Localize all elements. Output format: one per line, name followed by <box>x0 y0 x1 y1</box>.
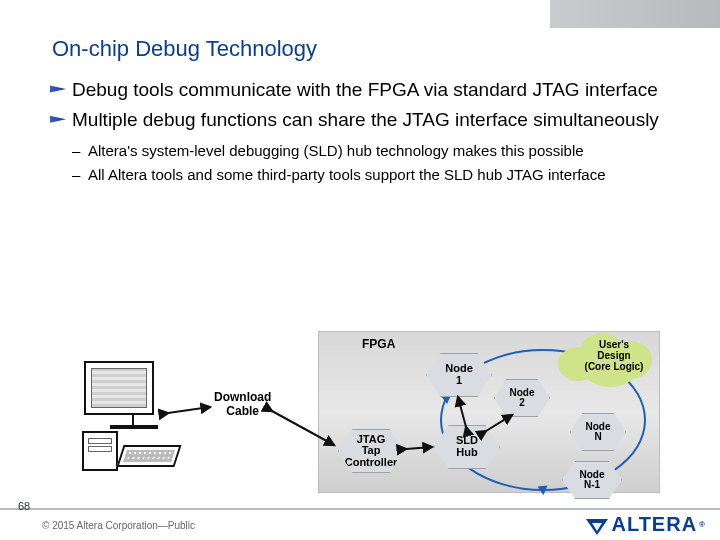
fpga-label: FPGA <box>362 337 395 351</box>
architecture-diagram: DownloadCable FPGA User'sDesign(Core Log… <box>60 335 670 505</box>
header-bar <box>0 0 720 28</box>
bullet-2: Multiple debug functions can share the J… <box>72 108 672 132</box>
footer-divider <box>0 508 720 510</box>
sub-bullet-1: Altera's system-level debugging (SLD) hu… <box>88 141 672 161</box>
computer-icon <box>84 361 154 415</box>
copyright: © 2015 Altera Corporation—Public <box>42 520 195 531</box>
download-cable-label: DownloadCable <box>214 391 271 419</box>
slide: { "title": "On-chip Debug Technology", "… <box>0 0 720 540</box>
altera-logo: ALTERA ® <box>586 513 706 536</box>
svg-line-0 <box>168 407 210 413</box>
logo-registered: ® <box>699 520 706 529</box>
bullet-1: Debug tools communicate with the FPGA vi… <box>72 78 672 102</box>
sub-bullets: Altera's system-level debugging (SLD) hu… <box>72 141 672 186</box>
slide-title: On-chip Debug Technology <box>52 36 317 62</box>
sub-bullet-2: All Altera tools and some third-party to… <box>88 165 672 185</box>
logo-triangle-icon <box>586 519 608 535</box>
logo-text: ALTERA <box>611 513 697 536</box>
user-design-label: User'sDesign(Core Logic) <box>568 339 660 372</box>
body-content: Debug tools communicate with the FPGA vi… <box>72 78 672 189</box>
page-number: 68 <box>18 500 30 512</box>
